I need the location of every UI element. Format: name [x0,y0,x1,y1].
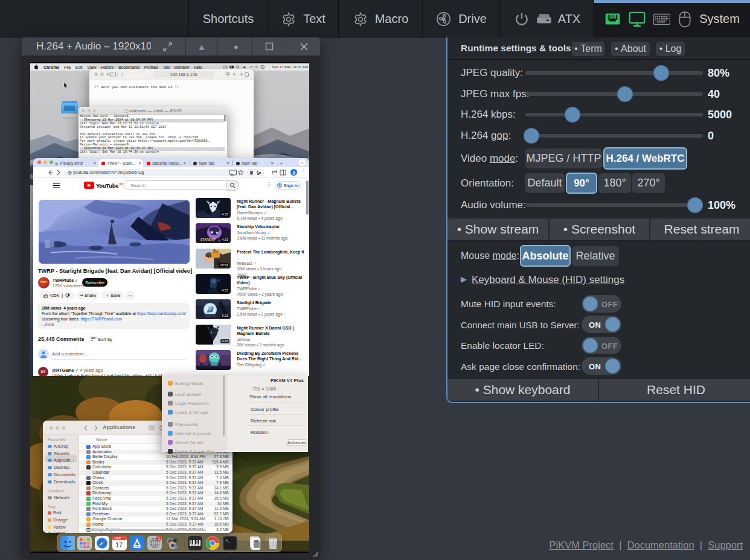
svg-text:17: 17 [115,541,123,549]
svg-text:MAR: MAR [115,537,121,540]
svg-text:>_: >_ [225,538,231,543]
svg-text:STARSHIP: STARSHIP [200,238,216,241]
svg-text:1: 1 [158,536,161,541]
